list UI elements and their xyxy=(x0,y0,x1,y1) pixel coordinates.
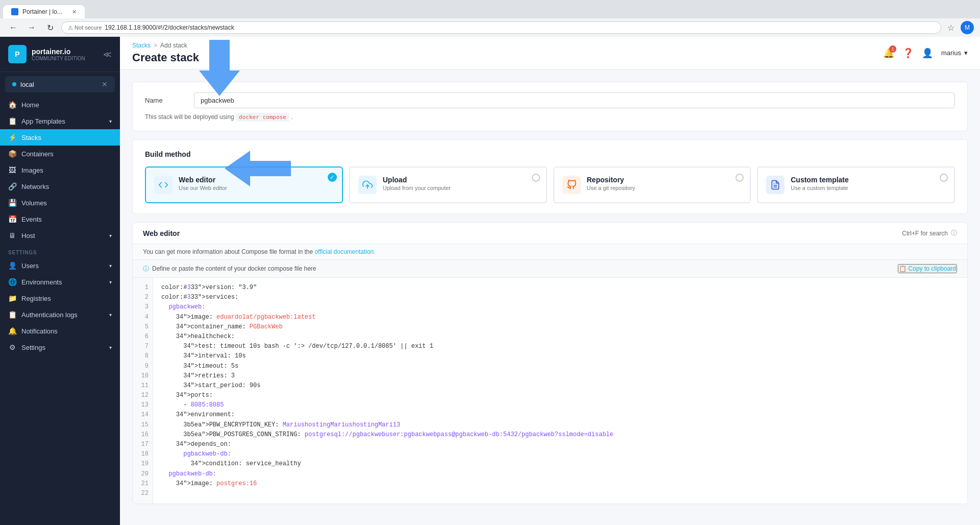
editor-info-text: Define or paste the content of your dock… xyxy=(152,265,316,272)
custom-template-title: Custom template xyxy=(791,176,849,184)
networks-icon: 🔗 xyxy=(8,182,16,190)
notification-badge: 1 xyxy=(889,45,896,53)
browser-tab-active[interactable]: Portainer | lo... ✕ xyxy=(3,5,85,18)
notifications-button[interactable]: 🔔 1 xyxy=(883,47,894,59)
build-option-repository[interactable]: Repository Use a git repository xyxy=(553,166,751,203)
back-button[interactable]: ← xyxy=(6,20,20,35)
code-line-5: 34">container_name: PGBackWeb xyxy=(161,322,959,332)
sidebar-collapse-button[interactable]: ≪ xyxy=(103,50,112,59)
sidebar-item-stacks[interactable]: ⚡ Stacks xyxy=(0,129,120,146)
web-editor-text: Web editor Use our Web editor xyxy=(179,176,227,191)
editor-info-bar: ⓘ Define or paste the content of your do… xyxy=(133,260,967,278)
web-editor-section: Web editor Ctrl+F for search ⓘ You can g… xyxy=(132,222,968,504)
forward-button[interactable]: → xyxy=(24,20,39,35)
breadcrumb: Stacks > Add stack xyxy=(132,42,199,49)
sidebar-item-registries[interactable]: 📁 Registries xyxy=(0,290,120,306)
line-number-7: 7 xyxy=(137,342,149,351)
host-icon: 🖥 xyxy=(8,231,16,240)
doc-info-text: You can get more information about Compo… xyxy=(143,248,313,255)
browser-tabs: Portainer | lo... ✕ xyxy=(0,0,980,18)
code-line-1: color:#333">version: "3.9" xyxy=(161,283,959,293)
sidebar-item-label: Home xyxy=(21,101,39,109)
help-circle-icon: ⓘ xyxy=(951,229,957,237)
logo-name: portainer.io xyxy=(32,47,85,56)
sidebar-item-settings[interactable]: ⚙ Settings ▾ xyxy=(0,339,120,355)
sidebar-item-host[interactable]: 🖥 Host ▾ xyxy=(0,227,120,244)
sidebar-item-volumes[interactable]: 💾 Volumes xyxy=(0,195,120,211)
sidebar-item-label: Users xyxy=(21,262,39,270)
name-form-section: Name This stack will be deployed using d… xyxy=(132,82,968,131)
name-form-row: Name xyxy=(145,92,955,108)
repository-radio xyxy=(736,174,744,182)
repository-icon xyxy=(562,176,581,194)
env-close-icon[interactable]: ✕ xyxy=(102,80,108,88)
name-label: Name xyxy=(145,97,186,104)
user-menu-button[interactable]: 👤 xyxy=(922,47,933,59)
breadcrumb-stacks-link[interactable]: Stacks xyxy=(132,42,151,49)
users-icon: 👤 xyxy=(8,261,16,270)
auth-logs-icon: 📋 xyxy=(8,311,16,319)
environments-icon: 🌐 xyxy=(8,278,16,286)
address-bar[interactable]: ⚠ Not secure 192.168.1.18:9000/#!/2/dock… xyxy=(61,21,941,34)
copy-label: Copy to clipboard xyxy=(909,265,956,272)
sidebar-item-notifications[interactable]: 🔔 Notifications xyxy=(0,323,120,339)
code-line-6: 34">healthcheck: xyxy=(161,332,959,342)
header-actions: 🔔 1 ❓ 👤 marius ▾ xyxy=(883,47,968,59)
sidebar-item-home[interactable]: 🏠 Home xyxy=(0,97,120,113)
repository-text: Repository Use a git repository xyxy=(587,176,635,191)
sidebar-item-networks[interactable]: 🔗 Networks xyxy=(0,178,120,195)
images-icon: 🖼 xyxy=(8,166,16,174)
reload-button[interactable]: ↻ xyxy=(43,20,57,35)
build-option-web-editor[interactable]: Web editor Use our Web editor ✓ xyxy=(145,166,343,203)
line-number-22: 22 xyxy=(137,489,149,498)
web-editor-title: Web editor xyxy=(179,176,227,184)
tab-favicon xyxy=(11,8,18,15)
build-option-upload[interactable]: Upload Upload from your computer xyxy=(349,166,547,203)
chevron-down-icon: ▾ xyxy=(109,345,112,350)
code-line-2: color:#333">services: xyxy=(161,293,959,302)
deploy-info-text: This stack will be deployed using xyxy=(145,113,234,121)
code-line-11: 34">start_period: 90s xyxy=(161,381,959,391)
code-line-17: 34">depends_on: xyxy=(161,440,959,449)
sidebar-item-environments[interactable]: 🌐 Environments ▾ xyxy=(0,274,120,290)
code-editor[interactable]: 12345678910111213141516171819202122 colo… xyxy=(133,278,967,504)
sidebar-item-containers[interactable]: 📦 Containers xyxy=(0,146,120,162)
sidebar-item-auth-logs[interactable]: 📋 Authentication logs ▾ xyxy=(0,306,120,323)
volumes-icon: 💾 xyxy=(8,199,16,207)
help-button[interactable]: ❓ xyxy=(902,47,914,59)
sidebar-logo: P portainer.io COMMUNITY EDITION ≪ xyxy=(0,37,120,72)
tab-label: Portainer | lo... xyxy=(22,8,62,15)
code-line-7: 34">test: timeout 10s bash -c ':> /dev/t… xyxy=(161,342,959,351)
copy-icon: 📋 xyxy=(899,265,906,272)
sidebar-item-app-templates[interactable]: 📋 App Templates ▾ xyxy=(0,113,120,129)
upload-text: Upload Upload from your computer xyxy=(383,176,451,191)
sidebar-item-users[interactable]: 👤 Users ▾ xyxy=(0,257,120,274)
browser-profile-button[interactable]: M xyxy=(961,21,974,34)
user-dropdown-arrow: ▾ xyxy=(964,49,968,57)
bookmark-button[interactable]: ☆ xyxy=(945,21,957,35)
tab-close-button[interactable]: ✕ xyxy=(72,9,77,15)
sidebar-env-selector[interactable]: local ✕ xyxy=(5,76,115,92)
code-line-12: 34">ports: xyxy=(161,391,959,400)
name-input[interactable] xyxy=(194,92,955,108)
sidebar-item-images[interactable]: 🖼 Images xyxy=(0,162,120,178)
sidebar-item-events[interactable]: 📅 Events xyxy=(0,211,120,227)
editor-header: Web editor Ctrl+F for search ⓘ xyxy=(133,223,967,244)
code-line-9: 34">timeout: 5s xyxy=(161,362,959,371)
code-content[interactable]: color:#333">version: "3.9"color:#333">se… xyxy=(153,278,967,504)
editor-section-title: Web editor xyxy=(143,229,180,237)
code-line-19: 34">condition: service_healthy xyxy=(161,459,959,469)
line-number-20: 20 xyxy=(137,469,149,479)
sidebar-item-label: Containers xyxy=(21,150,54,158)
copy-to-clipboard-button[interactable]: 📋 Copy to clipboard xyxy=(898,264,957,273)
custom-template-icon xyxy=(766,176,785,194)
upload-desc: Upload from your computer xyxy=(383,185,451,191)
build-option-custom-template[interactable]: Custom template Use a custom template xyxy=(757,166,955,203)
user-dropdown[interactable]: marius ▾ xyxy=(941,49,968,57)
line-number-13: 13 xyxy=(137,400,149,410)
logo-icon: P xyxy=(8,45,27,63)
chevron-down-icon: ▾ xyxy=(109,118,112,124)
doc-link[interactable]: official documentation. xyxy=(314,248,375,255)
breadcrumb-current: Add stack xyxy=(160,42,187,49)
app-templates-icon: 📋 xyxy=(8,117,16,125)
